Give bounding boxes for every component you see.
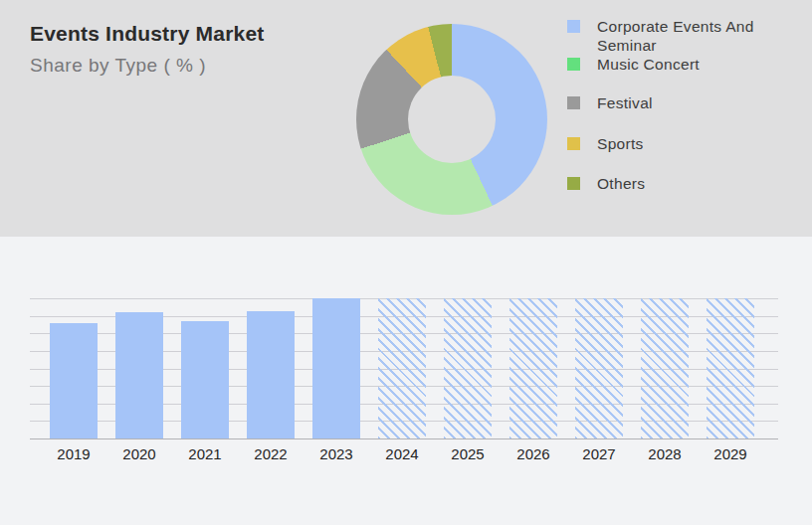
bar-plot: 2019202020212022202320242025202620272028… — [30, 298, 778, 438]
x-axis-label: 2026 — [501, 445, 566, 462]
x-axis-label: 2025 — [435, 445, 501, 462]
page-subtitle: Share by Type ( % ) — [30, 55, 264, 77]
x-axis-label: 2020 — [106, 445, 172, 462]
legend: Corporate Events And SeminarMusic Concer… — [567, 0, 806, 237]
infographic: Events Industry Market Share by Type ( %… — [0, 0, 812, 525]
legend-swatch-icon — [567, 137, 580, 150]
x-axis-label: 2022 — [238, 445, 304, 462]
legend-label: Sports — [597, 135, 786, 154]
x-axis-label: 2021 — [172, 445, 238, 462]
legend-label: Corporate Events And Seminar — [597, 18, 786, 56]
legend-swatch-icon — [567, 58, 580, 71]
legend-swatch-icon — [567, 20, 580, 33]
legend-label: Others — [597, 175, 786, 194]
legend-label: Music Concert — [597, 56, 786, 75]
legend-label: Festival — [597, 94, 786, 113]
x-axis-line — [30, 438, 778, 439]
x-axis-label: 2028 — [632, 445, 698, 462]
bar-2023 — [312, 298, 360, 438]
x-axis-label: 2024 — [369, 445, 435, 462]
donut-hole — [408, 76, 496, 163]
forecast-bar-2027 — [575, 298, 623, 438]
legend-item: Music Concert — [567, 56, 786, 75]
x-axis-label: 2023 — [304, 445, 369, 462]
title-block: Events Industry Market Share by Type ( %… — [30, 22, 264, 77]
bar-2022 — [247, 311, 295, 438]
page-title: Events Industry Market — [30, 22, 264, 46]
legend-item: Corporate Events And Seminar — [567, 18, 786, 56]
summary-section: Events Industry Market Share by Type ( %… — [0, 0, 812, 237]
forecast-bar-2029 — [707, 298, 754, 438]
forecast-bar-2024 — [378, 298, 426, 438]
donut-chart — [356, 24, 547, 215]
legend-item: Others — [567, 175, 786, 194]
x-axis-label: 2029 — [698, 445, 763, 462]
legend-item: Sports — [567, 135, 786, 154]
forecast-bar-2026 — [509, 298, 557, 438]
bar-2019 — [50, 323, 98, 438]
bar-2020 — [115, 312, 163, 438]
forecast-bar-2028 — [641, 298, 689, 438]
x-axis-label: 2019 — [41, 445, 106, 462]
bar-2021 — [181, 321, 229, 438]
forecast-bar-2025 — [444, 298, 492, 438]
legend-swatch-icon — [567, 96, 580, 109]
trend-section: 2019202020212022202320242025202620272028… — [0, 237, 812, 525]
legend-swatch-icon — [567, 177, 580, 190]
legend-item: Festival — [567, 94, 786, 113]
x-axis-label: 2027 — [566, 445, 632, 462]
